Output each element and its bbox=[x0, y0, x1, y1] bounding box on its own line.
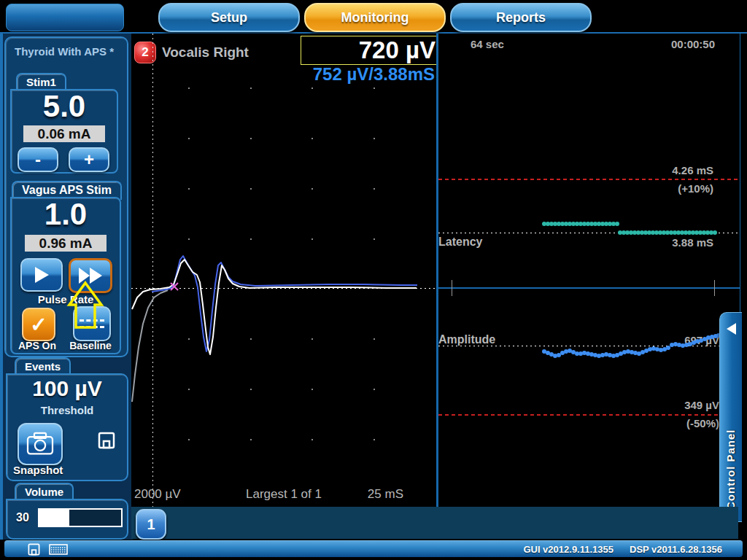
stim1-panel: 5.0 0.06 mA - + bbox=[10, 89, 118, 174]
top-bar: Setup Monitoring Reports bbox=[0, 0, 747, 34]
tab-monitoring[interactable]: Monitoring bbox=[304, 3, 446, 32]
snapshot-label: Snapshot bbox=[13, 464, 63, 476]
events-threshold-label: Threshold bbox=[7, 404, 127, 416]
status-bar: GUI v2012.9.11.1355 DSP v2011.6.28.1356 bbox=[4, 540, 743, 557]
stim1-increase-button[interactable]: + bbox=[69, 147, 109, 172]
gui-version: GUI v2012.9.11.1355 bbox=[523, 544, 614, 555]
volume-slider-fill bbox=[39, 510, 69, 526]
play-icon bbox=[35, 267, 49, 283]
aps-panel: 1.0 0.96 mA Pulse Rate ✓ APS On Baseline bbox=[10, 197, 121, 354]
stim1-value: 5.0 bbox=[12, 89, 117, 124]
events-threshold-value: 100 µV bbox=[7, 376, 127, 401]
check-icon: ✓ bbox=[30, 313, 47, 337]
trend-dots bbox=[438, 34, 740, 507]
emg-waveform-traces bbox=[131, 34, 436, 507]
top-left-button[interactable] bbox=[6, 4, 124, 31]
camera-icon bbox=[26, 432, 55, 456]
keyboard-icon[interactable] bbox=[49, 544, 68, 555]
aps-value: 1.0 bbox=[12, 197, 120, 232]
volume-slider[interactable] bbox=[38, 508, 123, 527]
baseline-button[interactable] bbox=[73, 306, 111, 341]
sidebar: Thyroid With APS * Stim1 5.0 0.06 mA - +… bbox=[0, 34, 133, 540]
dsp-version: DSP v2011.6.28.1356 bbox=[630, 544, 722, 555]
aps-measured-current: 0.96 mA bbox=[25, 235, 107, 252]
channel-1-tab[interactable]: 1 bbox=[136, 509, 166, 540]
snapshot-button[interactable] bbox=[18, 423, 63, 465]
procedure-title: Thyroid With APS * bbox=[15, 45, 114, 58]
aps-fast-forward-button[interactable] bbox=[69, 258, 112, 293]
baseline-icon bbox=[80, 315, 104, 332]
volume-panel: 30 bbox=[6, 499, 128, 540]
collapse-left-icon bbox=[724, 322, 738, 336]
tab-reports[interactable]: Reports bbox=[450, 3, 592, 32]
stim1-measured-current: 0.06 mA bbox=[23, 125, 105, 142]
tab-setup[interactable]: Setup bbox=[158, 3, 300, 32]
save-status-icon[interactable] bbox=[28, 543, 40, 556]
window-label: 25 mS bbox=[368, 487, 403, 502]
control-panel-label: Control Panel bbox=[724, 349, 737, 510]
control-panel-tab[interactable]: Control Panel bbox=[719, 312, 742, 522]
aps-on-checkbox[interactable]: ✓ bbox=[22, 308, 55, 341]
aps-on-label: APS On bbox=[15, 340, 60, 351]
channel-tab-bar: 1 bbox=[131, 507, 738, 539]
volume-value: 30 bbox=[16, 511, 29, 524]
baseline-label: Baseline bbox=[66, 340, 115, 351]
pulse-rate-label: Pulse Rate bbox=[12, 293, 120, 306]
waveform-panel: 2 Vocalis Right 720 µV 752 µV/3.88mS 200… bbox=[131, 34, 436, 507]
trend-panel: 64 sec 00:00:50 4.26 mS (+10%) Latency 3… bbox=[438, 34, 740, 507]
fast-forward-icon bbox=[78, 267, 103, 284]
events-panel: 100 µV Threshold Snapshot bbox=[6, 373, 128, 481]
save-event-icon[interactable] bbox=[98, 432, 115, 449]
aps-play-button[interactable] bbox=[20, 258, 63, 292]
stim1-decrease-button[interactable]: - bbox=[18, 147, 58, 172]
